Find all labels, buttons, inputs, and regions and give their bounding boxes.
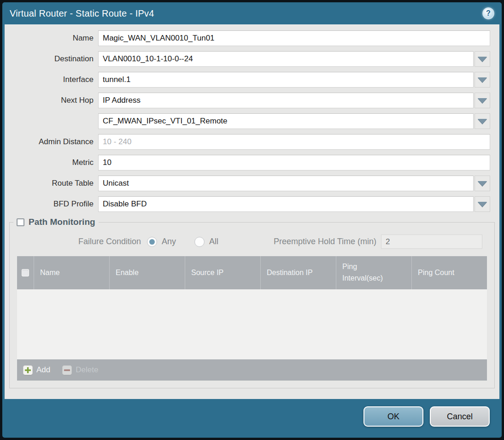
next-hop-address-input[interactable] — [98, 113, 474, 129]
path-monitoring-legend: Path Monitoring — [13, 217, 99, 227]
form-row-interface: Interface — [5, 72, 499, 88]
form-row-next-hop-address — [5, 113, 499, 129]
metric-label: Metric — [5, 158, 98, 167]
preemptive-hold-time-label: Preemptive Hold Time (min) — [274, 237, 381, 246]
add-button-label: Add — [36, 365, 50, 375]
form-row-name: Name — [5, 30, 499, 46]
metric-input[interactable] — [98, 155, 490, 170]
plus-icon — [23, 365, 33, 375]
next-hop-address-dropdown-button[interactable] — [475, 113, 490, 129]
table-body-empty — [17, 289, 487, 359]
chevron-down-icon — [478, 98, 487, 103]
dialog-window: Virtual Router - Static Route - IPv4 ? N… — [2, 2, 502, 438]
bfd-profile-label: BFD Profile — [5, 199, 98, 209]
column-header-name: Name — [34, 256, 109, 289]
chevron-down-icon — [478, 119, 487, 124]
admin-distance-label: Admin Distance — [5, 137, 98, 147]
column-header-ping-count: Ping Count — [411, 256, 487, 289]
bfd-profile-dropdown-button[interactable] — [475, 196, 490, 212]
add-button[interactable]: Add — [23, 365, 50, 375]
table-header-checkbox-cell — [17, 256, 34, 289]
form-row-bfd-profile: BFD Profile — [5, 196, 499, 212]
dialog-frame: Virtual Router - Static Route - IPv4 ? N… — [0, 0, 504, 440]
dialog-footer: OK Cancel — [2, 399, 502, 438]
route-table-label: Route Table — [5, 179, 98, 188]
path-monitoring-checkbox[interactable] — [17, 218, 24, 226]
failure-condition-any-radio[interactable] — [147, 237, 157, 247]
failure-condition-any-label: Any — [162, 237, 176, 246]
help-icon[interactable]: ? — [482, 7, 494, 19]
delete-button[interactable]: Delete — [62, 365, 98, 375]
form-row-metric: Metric — [5, 155, 499, 170]
interface-label: Interface — [5, 75, 98, 84]
admin-distance-input[interactable] — [98, 134, 490, 150]
column-header-destination-ip: Destination IP — [260, 256, 336, 289]
route-table-dropdown-button[interactable] — [475, 176, 490, 191]
name-label: Name — [5, 34, 98, 43]
failure-condition-all-label: All — [209, 237, 218, 246]
next-hop-type-dropdown-button[interactable] — [475, 93, 490, 108]
select-all-checkbox[interactable] — [22, 269, 29, 276]
cancel-button[interactable]: Cancel — [430, 406, 490, 427]
form-row-route-table: Route Table — [5, 176, 499, 191]
failure-condition-all-radio[interactable] — [194, 237, 205, 247]
failure-condition-row: Failure Condition Any All Preemptive Hol… — [10, 235, 494, 249]
form-row-next-hop: Next Hop — [5, 93, 499, 108]
column-header-enable: Enable — [109, 256, 185, 289]
interface-dropdown-button[interactable] — [475, 72, 490, 88]
bfd-profile-input[interactable] — [98, 196, 474, 212]
dialog-titlebar: Virtual Router - Static Route - IPv4 ? — [2, 2, 502, 24]
form-row-admin-distance: Admin Distance — [5, 134, 499, 150]
destination-label: Destination — [5, 54, 98, 64]
destination-input[interactable] — [98, 51, 474, 67]
interface-input[interactable] — [98, 72, 474, 88]
chevron-down-icon — [478, 77, 487, 82]
chevron-down-icon — [478, 57, 487, 62]
column-header-source-ip: Source IP — [185, 256, 260, 289]
name-input[interactable] — [98, 30, 490, 46]
next-hop-type-input[interactable] — [98, 93, 474, 108]
chevron-down-icon — [478, 181, 487, 186]
path-monitoring-table: Name Enable Source IP Destination IP Pin… — [17, 256, 487, 381]
path-monitoring-section: Path Monitoring Failure Condition Any Al… — [9, 217, 495, 388]
table-header-row: Name Enable Source IP Destination IP Pin… — [17, 256, 487, 289]
chevron-down-icon — [478, 202, 487, 207]
preemptive-hold-time-input[interactable] — [381, 235, 482, 249]
form-row-destination: Destination — [5, 51, 499, 67]
route-table-input[interactable] — [98, 176, 474, 191]
minus-icon — [62, 365, 72, 375]
delete-button-label: Delete — [76, 365, 98, 375]
next-hop-label: Next Hop — [5, 96, 98, 105]
failure-condition-label: Failure Condition — [10, 237, 141, 246]
dialog-title: Virtual Router - Static Route - IPv4 — [10, 8, 154, 19]
ok-button[interactable]: OK — [363, 406, 423, 427]
destination-dropdown-button[interactable] — [475, 51, 490, 67]
path-monitoring-title: Path Monitoring — [29, 217, 95, 227]
column-header-ping-interval: Ping Interval(sec) — [336, 256, 411, 289]
table-footer-toolbar: Add Delete — [17, 359, 487, 381]
dialog-content: Name Destination Interface — [5, 24, 499, 399]
